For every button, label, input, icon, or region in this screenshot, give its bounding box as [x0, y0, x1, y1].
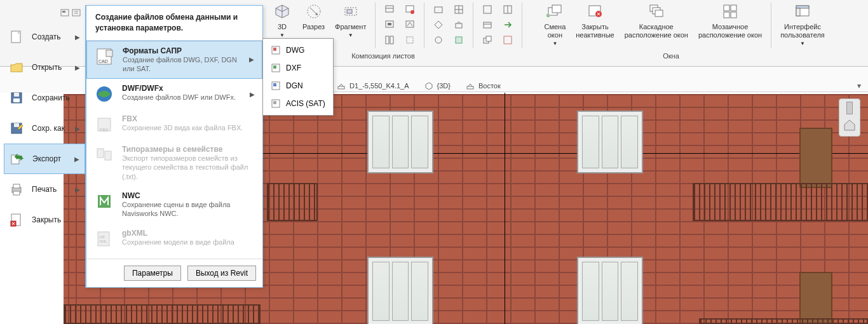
- chevron-right-icon: ▶: [75, 186, 80, 193]
- svg-rect-2: [72, 10, 80, 16]
- svg-text:CAD: CAD: [98, 59, 108, 64]
- flyout-dxf[interactable]: DXF: [263, 59, 333, 77]
- ribbon-small-10[interactable]: [450, 18, 468, 32]
- svg-rect-83: [796, 6, 809, 8]
- ribbon-callout[interactable]: Фрагмент▼: [330, 0, 371, 51]
- chevron-right-icon: ▶: [250, 91, 255, 98]
- menu-save-label: Сохранить: [32, 93, 70, 102]
- svg-rect-81: [731, 12, 736, 18]
- cube-icon: [424, 81, 433, 90]
- ribbon-cascade[interactable]: Каскадное расположение окон: [620, 0, 693, 51]
- flyout-dgn[interactable]: DGN: [263, 77, 333, 95]
- ribbon-small-14[interactable]: [499, 3, 517, 17]
- ribbon-small-1[interactable]: [381, 3, 398, 17]
- flyout-acis-sat[interactable]: ACIS (SAT): [263, 95, 333, 112]
- ribbon-small-16[interactable]: [499, 18, 517, 32]
- menu-print[interactable]: Печать ▶: [4, 174, 85, 205]
- ribbon-small-18[interactable]: [499, 33, 517, 47]
- export-cad[interactable]: CAD Форматы САПРСоздание файлов DWG, DXF…: [86, 41, 262, 79]
- export-dwf[interactable]: DWF/DWFxСоздание файлов DWF или DWFx. ▶: [86, 79, 262, 109]
- view-tab-elevation[interactable]: D1_-5,550_K4.1_A: [337, 81, 409, 90]
- chevron-right-icon: ▶: [75, 64, 80, 71]
- svg-rect-35: [273, 65, 276, 69]
- svg-rect-52: [390, 36, 393, 44]
- file-menu: Создать ▶ Открыть ▶ Сохранить Сохр. как …: [4, 6, 85, 235]
- menu-create[interactable]: Создать ▶: [4, 22, 85, 52]
- svg-rect-80: [724, 12, 729, 18]
- menu-save-as[interactable]: Сохр. как ▶: [4, 113, 85, 144]
- svg-rect-64: [484, 22, 491, 28]
- svg-text:GB: GB: [99, 235, 105, 239]
- svg-rect-77: [655, 10, 663, 17]
- ribbon-small-3[interactable]: [381, 18, 398, 32]
- ribbon-small-5[interactable]: [381, 33, 398, 47]
- svg-rect-67: [486, 36, 491, 41]
- svg-rect-86: [467, 86, 473, 89]
- menu-close[interactable]: Закрыть: [4, 205, 85, 235]
- svg-rect-60: [456, 37, 462, 43]
- chevron-right-icon: ▶: [75, 34, 80, 41]
- svg-rect-49: [388, 23, 391, 25]
- ribbon-small-6[interactable]: [401, 33, 419, 47]
- ribbon: 3D▼ Разрез Фрагмент▼: [267, 0, 868, 51]
- qat-icon-2[interactable]: [71, 8, 81, 20]
- svg-rect-78: [724, 5, 729, 11]
- chevron-right-icon: ▶: [249, 56, 254, 63]
- ribbon-small-17[interactable]: [478, 33, 496, 47]
- exit-revit-button[interactable]: Выход из Revit: [187, 266, 256, 281]
- ribbon-switch-windows[interactable]: Смена окон▼: [539, 0, 571, 51]
- view-tab-east[interactable]: Восток: [466, 81, 501, 90]
- view-tabs: D1_-5,550_K4.1_A {3D} Восток: [267, 79, 868, 92]
- home-icon: [843, 118, 857, 132]
- menu-print-label: Печать: [32, 185, 57, 194]
- svg-rect-26: [97, 149, 104, 158]
- svg-rect-33: [273, 48, 276, 51]
- ribbon-small-11[interactable]: [430, 33, 447, 47]
- svg-point-47: [410, 10, 414, 14]
- svg-rect-8: [14, 93, 19, 97]
- svg-rect-79: [731, 5, 736, 11]
- ribbon-close-inactive[interactable]: Закрыть неактивные: [571, 0, 619, 51]
- menu-export[interactable]: Экспорт ▶: [4, 144, 85, 174]
- view-close-button[interactable]: ▾: [854, 81, 864, 91]
- flyout-dwg[interactable]: DWG: [263, 41, 333, 59]
- svg-rect-43: [347, 10, 352, 13]
- options-button[interactable]: Параметры: [124, 266, 181, 281]
- export-family-types[interactable]: Типоразмеры в семействеЭкспорт типоразме…: [86, 140, 262, 186]
- menu-create-label: Создать: [32, 32, 61, 41]
- svg-rect-11: [14, 123, 19, 127]
- export-panel-header: Создание файлов обмена данными и установ…: [86, 6, 262, 41]
- ribbon-user-interface[interactable]: Интерфейс пользователя▼: [775, 0, 830, 51]
- svg-rect-68: [504, 36, 512, 44]
- menu-open[interactable]: Открыть ▶: [4, 52, 85, 83]
- navigation-cube[interactable]: [839, 98, 860, 137]
- svg-rect-58: [456, 24, 462, 28]
- ribbon-small-13[interactable]: [478, 3, 496, 17]
- ribbon-small-4[interactable]: [401, 18, 419, 32]
- export-fbx[interactable]: FBX FBXСохранение 3D вида как файла FBX.: [86, 109, 262, 140]
- elevation-icon: [337, 81, 346, 90]
- view-tab-3d[interactable]: {3D}: [424, 81, 451, 90]
- ribbon-small-15[interactable]: [478, 18, 496, 32]
- svg-text:XML: XML: [99, 240, 107, 243]
- ribbon-small-12[interactable]: [450, 33, 468, 47]
- svg-rect-70: [552, 5, 561, 13]
- ribbon-small-9[interactable]: [430, 18, 447, 32]
- svg-rect-84: [796, 8, 800, 16]
- svg-rect-1: [62, 11, 65, 13]
- qat-icon-1[interactable]: [60, 8, 70, 20]
- svg-point-59: [435, 37, 442, 43]
- svg-rect-44: [386, 6, 393, 12]
- ribbon-small-2[interactable]: [401, 3, 419, 17]
- ribbon-small-7[interactable]: [430, 3, 447, 17]
- menu-export-label: Экспорт: [32, 154, 61, 163]
- export-gbxml[interactable]: GBXML gbXMLСохранение модели в виде файл…: [86, 224, 262, 254]
- svg-rect-9: [13, 98, 20, 102]
- menu-save[interactable]: Сохранить: [4, 83, 85, 113]
- chevron-right-icon: ▶: [75, 125, 80, 132]
- svg-rect-51: [386, 36, 389, 44]
- ribbon-tile[interactable]: Мозаичное расположение окон: [693, 0, 767, 51]
- export-nwc[interactable]: NWCСохранение сцены в виде файла Naviswo…: [86, 186, 262, 224]
- ribbon-small-8[interactable]: [450, 3, 468, 17]
- svg-rect-61: [484, 6, 491, 13]
